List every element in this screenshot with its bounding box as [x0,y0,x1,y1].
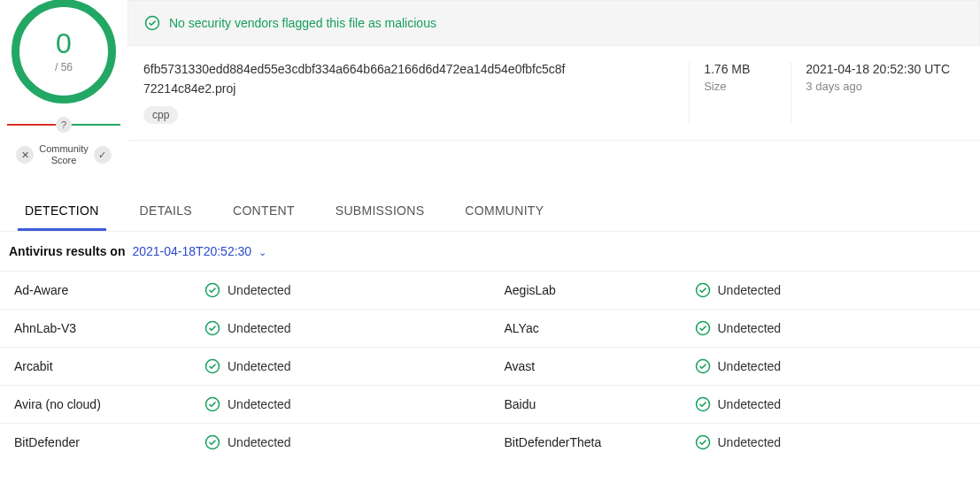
av-vendor: Ad-Aware [14,283,204,297]
av-status: Undetected [695,282,782,298]
detection-count: 0 [56,29,72,58]
av-vendor: BitDefenderTheta [505,435,695,449]
file-date-relative: 3 days ago [806,80,950,93]
close-icon[interactable]: ✕ [16,146,34,164]
av-cell: AvastUndetected [490,348,981,385]
av-status: Undetected [695,320,782,336]
detection-total: / 56 [55,61,73,73]
check-circle-icon [204,320,220,336]
av-results-header: Antivirus results on 2021-04-18T20:52:30… [0,232,980,271]
check-circle-icon [204,282,220,298]
tab-bar: DETECTIONDETAILSCONTENTSUBMISSIONSCOMMUN… [0,193,980,232]
check-circle-icon [204,434,220,450]
av-cell: BitDefenderThetaUndetected [490,424,981,461]
av-vendor: Baidu [505,397,695,411]
check-circle-icon [144,15,160,31]
av-row: BitDefenderUndetectedBitDefenderThetaUnd… [0,423,980,461]
check-circle-icon [204,358,220,374]
tab-community[interactable]: COMMUNITY [458,193,551,231]
file-date: 2021-04-18 20:52:30 UTC [806,62,950,76]
banner-message: No security vendors flagged this file as… [169,16,436,30]
av-status: Undetected [695,358,782,374]
file-size-label: Size [704,80,750,93]
av-vendor: Avira (no cloud) [14,397,204,411]
av-cell: ArcabitUndetected [0,348,490,385]
file-size-block: 1.76 MB Size [689,62,764,124]
tab-detection[interactable]: DETECTION [18,193,106,231]
file-date-block: 2021-04-18 20:52:30 UTC 3 days ago [791,62,964,124]
detection-score-ring: 0 / 56 [19,7,108,96]
av-vendor: Avast [505,359,695,373]
file-name: 72214c84e2.proj [143,81,662,96]
av-cell: ALYacUndetected [490,310,981,347]
av-status: Undetected [204,434,291,450]
av-row: AhnLab-V3UndetectedALYacUndetected [0,309,980,347]
file-details: 6fb5731330edd884ed55e3cdbf334a664b66a216… [127,46,980,141]
svg-point-3 [206,322,220,335]
svg-point-4 [696,322,709,335]
score-panel: 0 / 56 ? ✕ Community Score ✓ [0,0,127,166]
av-vendor: AhnLab-V3 [14,321,204,335]
file-size: 1.76 MB [704,62,750,76]
av-cell: BaiduUndetected [490,386,981,423]
av-status: Undetected [204,358,291,374]
check-circle-icon [695,358,711,374]
av-results-grid: Ad-AwareUndetectedAegisLabUndetectedAhnL… [0,271,980,461]
av-status: Undetected [204,282,291,298]
av-cell: AegisLabUndetected [490,272,981,309]
av-status: Undetected [204,320,291,336]
check-circle-icon [695,396,711,412]
av-status: Undetected [695,434,782,450]
check-circle-icon [204,396,220,412]
tab-details[interactable]: DETAILS [133,193,199,231]
av-cell: BitDefenderUndetected [0,424,490,461]
community-score-label: Community Score [39,143,89,166]
svg-point-0 [146,17,159,30]
av-status: Undetected [695,396,782,412]
chevron-down-icon: ⌄ [259,247,266,257]
av-vendor: Arcabit [14,359,204,373]
svg-point-9 [206,436,220,449]
svg-point-1 [206,284,220,297]
av-vendor: AegisLab [505,283,695,297]
tab-content[interactable]: CONTENT [226,193,302,231]
file-hash: 6fb5731330edd884ed55e3cdbf334a664b66a216… [143,62,662,76]
file-type-tag[interactable]: cpp [143,106,178,124]
svg-point-6 [696,360,709,373]
av-timestamp-dropdown[interactable]: 2021-04-18T20:52:30 ⌄ [132,244,266,258]
safety-banner: No security vendors flagged this file as… [127,0,980,46]
av-cell: Ad-AwareUndetected [0,272,490,309]
av-vendor: BitDefender [14,435,204,449]
av-cell: Avira (no cloud)Undetected [0,386,490,423]
check-icon[interactable]: ✓ [94,146,112,164]
av-vendor: ALYac [505,321,695,335]
help-icon[interactable]: ? [56,117,72,133]
check-circle-icon [695,320,711,336]
svg-point-5 [206,360,220,373]
av-row: Ad-AwareUndetectedAegisLabUndetected [0,271,980,309]
check-circle-icon [695,282,711,298]
svg-point-10 [696,436,709,449]
community-score-row: ✕ Community Score ✓ [16,143,112,166]
av-row: Avira (no cloud)UndetectedBaiduUndetecte… [0,385,980,423]
av-status: Undetected [204,396,291,412]
tab-submissions[interactable]: SUBMISSIONS [328,193,432,231]
svg-point-7 [206,398,220,411]
av-row: ArcabitUndetectedAvastUndetected [0,347,980,385]
av-cell: AhnLab-V3Undetected [0,310,490,347]
svg-point-2 [696,284,709,297]
check-circle-icon [695,434,711,450]
av-results-label: Antivirus results on [9,244,125,258]
svg-point-8 [696,398,709,411]
